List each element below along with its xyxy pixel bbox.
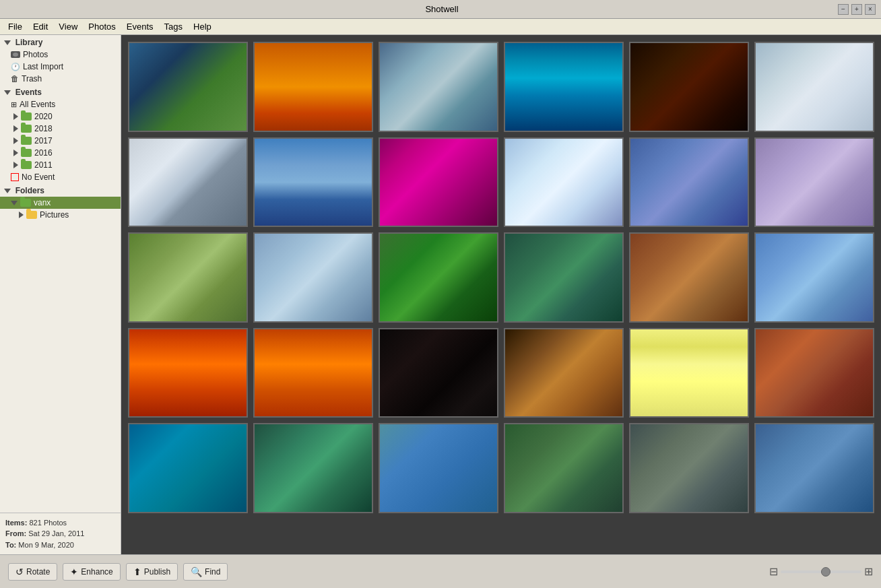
- from-line: From: Sat 29 Jan, 2011: [5, 528, 115, 540]
- folder-vanx-icon: [20, 199, 31, 207]
- photo-cell-19[interactable]: [128, 328, 248, 418]
- menu-events[interactable]: Events: [121, 20, 159, 33]
- vanx-expand-icon: [11, 201, 18, 205]
- folder-pictures-icon: [26, 211, 37, 219]
- window-controls: − + ×: [838, 4, 876, 15]
- sidebar-item-all-events[interactable]: ⊞ All Events: [0, 98, 121, 110]
- menu-view[interactable]: View: [53, 20, 83, 33]
- publish-label: Publish: [144, 567, 170, 577]
- sidebar-item-trash[interactable]: 🗑 Trash: [0, 73, 121, 85]
- photo-cell-24[interactable]: [754, 328, 874, 418]
- sidebar-item-2017[interactable]: 2017: [0, 135, 121, 147]
- trash-icon: 🗑: [11, 74, 19, 84]
- maximize-button[interactable]: +: [851, 4, 862, 15]
- photo-cell-22[interactable]: [504, 328, 624, 418]
- sidebar-item-pictures[interactable]: Pictures: [0, 209, 121, 221]
- publish-icon: ⬆: [133, 566, 141, 577]
- rotate-button[interactable]: ↺ Rotate: [8, 563, 57, 581]
- folder-2018-icon: [21, 125, 32, 133]
- all-events-icon: ⊞: [11, 100, 17, 109]
- photo-grid: [128, 42, 874, 513]
- photo-cell-10[interactable]: [504, 137, 624, 228]
- photo-cell-14[interactable]: [253, 232, 373, 323]
- menu-photos[interactable]: Photos: [83, 20, 121, 33]
- photo-cell-8[interactable]: [253, 137, 373, 228]
- minimize-button[interactable]: −: [838, 4, 849, 15]
- enhance-icon: ✦: [70, 566, 78, 577]
- year-2011-expand-icon: [13, 162, 18, 168]
- items-value: 821 Photos: [29, 519, 67, 527]
- zoom-large-icon: ⊞: [864, 565, 873, 578]
- no-event-icon: [11, 173, 19, 181]
- menu-tags[interactable]: Tags: [159, 20, 188, 33]
- sidebar: Library Photos 🕐 Last Import 🗑 Trash Eve…: [0, 35, 121, 554]
- sidebar-item-last-import[interactable]: 🕐 Last Import: [0, 61, 121, 73]
- zoom-thumb: [821, 567, 830, 577]
- folders-header[interactable]: Folders: [0, 183, 121, 197]
- menu-edit[interactable]: Edit: [28, 20, 53, 33]
- photo-cell-30[interactable]: [754, 423, 874, 513]
- enhance-button[interactable]: ✦ Enhance: [63, 563, 120, 581]
- sidebar-item-2016[interactable]: 2016: [0, 147, 121, 159]
- photo-cell-27[interactable]: [379, 423, 498, 513]
- photo-cell-15[interactable]: [379, 232, 498, 323]
- folder-2017-icon: [21, 137, 32, 145]
- photo-cell-17[interactable]: [629, 232, 749, 323]
- menu-file[interactable]: File: [3, 20, 28, 33]
- clock-icon: 🕐: [11, 63, 20, 71]
- photo-cell-5[interactable]: [629, 42, 749, 132]
- folder-2011-icon: [21, 161, 32, 169]
- titlebar: Shotwell − + ×: [0, 0, 881, 19]
- year-2016-expand-icon: [13, 150, 18, 156]
- photo-cell-2[interactable]: [253, 42, 373, 132]
- folders-expand-icon: [4, 189, 11, 193]
- photo-cell-4[interactable]: [504, 42, 624, 132]
- library-expand-icon: [4, 40, 11, 45]
- events-header[interactable]: Events: [0, 85, 121, 98]
- toolbar: ↺ Rotate ✦ Enhance ⬆ Publish 🔍 Find ⊟ ⊞: [0, 554, 881, 588]
- from-label: From:: [5, 529, 26, 537]
- menu-help[interactable]: Help: [188, 20, 217, 33]
- photo-cell-23[interactable]: [629, 328, 749, 418]
- photo-cell-21[interactable]: [379, 328, 498, 418]
- library-header[interactable]: Library: [0, 35, 121, 48]
- photo-cell-13[interactable]: [128, 232, 248, 323]
- photo-cell-3[interactable]: [379, 42, 498, 132]
- find-button[interactable]: 🔍 Find: [183, 563, 228, 581]
- camera-icon: [11, 51, 20, 58]
- photo-cell-12[interactable]: [754, 137, 874, 228]
- photo-cell-11[interactable]: [629, 137, 749, 228]
- sidebar-item-no-event[interactable]: No Event: [0, 171, 121, 183]
- photo-cell-9[interactable]: [379, 137, 498, 228]
- photo-cell-6[interactable]: [754, 42, 874, 132]
- publish-button[interactable]: ⬆ Publish: [126, 563, 178, 581]
- enhance-label: Enhance: [81, 567, 112, 577]
- photo-cell-28[interactable]: [504, 423, 624, 513]
- photo-cell-7[interactable]: [128, 137, 248, 228]
- photo-cell-18[interactable]: [754, 232, 874, 323]
- photo-cell-26[interactable]: [253, 423, 373, 513]
- items-line: Items: 821 Photos: [5, 517, 115, 529]
- sidebar-item-2020[interactable]: 2020: [0, 110, 121, 123]
- photo-area[interactable]: [121, 35, 881, 554]
- close-button[interactable]: ×: [865, 4, 876, 15]
- sidebar-item-2011[interactable]: 2011: [0, 159, 121, 171]
- photo-cell-29[interactable]: [629, 423, 749, 513]
- sidebar-status: Items: 821 Photos From: Sat 29 Jan, 2011…: [0, 513, 121, 555]
- zoom-slider[interactable]: [781, 570, 861, 573]
- sidebar-item-2018[interactable]: 2018: [0, 123, 121, 135]
- photo-cell-25[interactable]: [128, 423, 248, 513]
- find-label: Find: [205, 567, 220, 577]
- photo-cell-1[interactable]: [128, 42, 248, 132]
- rotate-icon: ↺: [15, 566, 24, 577]
- items-label: Items:: [5, 519, 27, 527]
- find-icon: 🔍: [191, 566, 202, 577]
- year-2020-expand-icon: [13, 113, 18, 120]
- folder-2016-icon: [21, 149, 32, 157]
- photo-cell-20[interactable]: [253, 328, 373, 418]
- to-value: Mon 9 Mar, 2020: [18, 541, 74, 549]
- sidebar-item-photos[interactable]: Photos: [0, 48, 121, 61]
- photo-cell-16[interactable]: [504, 232, 624, 323]
- sidebar-item-vanx[interactable]: vanx: [0, 197, 121, 209]
- main-area: Library Photos 🕐 Last Import 🗑 Trash Eve…: [0, 35, 881, 554]
